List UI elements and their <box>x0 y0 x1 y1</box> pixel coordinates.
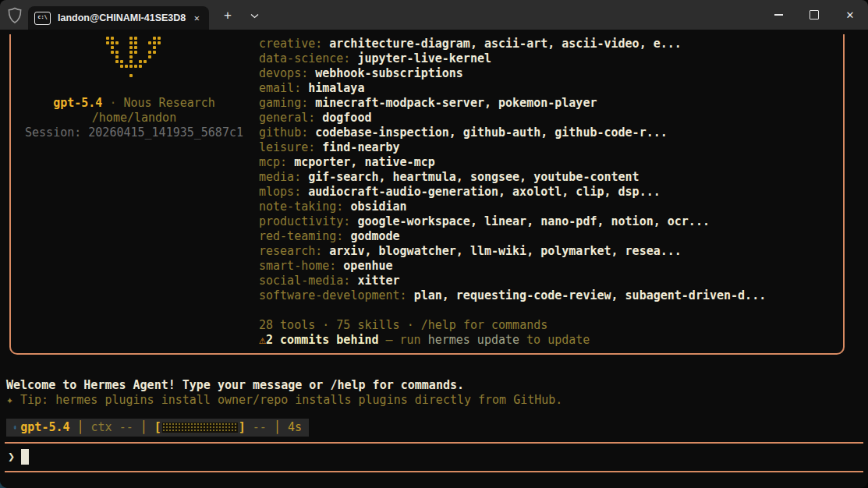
plugin-items: find-nearby <box>322 140 399 154</box>
status-separator: │ <box>140 420 147 435</box>
plugin-items: obsidian <box>350 200 406 214</box>
close-button[interactable]: ✕ <box>832 0 868 30</box>
plugin-items: gif-search, heartmula, songsee, youtube-… <box>308 170 639 184</box>
window-controls: ✕ <box>760 0 868 30</box>
elapsed-time: 4s <box>288 420 302 435</box>
home-path: /home/landon <box>9 111 259 126</box>
tab-dropdown-button[interactable] <box>243 5 265 26</box>
plugin-category: red-teaming: <box>259 229 343 243</box>
plugin-row: gaming:minecraft-modpack-server, pokemon… <box>259 96 766 111</box>
plugin-row: social-media:xitter <box>259 274 766 288</box>
status-bar: gpt-5.4 │ ctx -- │ [ ] -- │ 4s <box>6 419 309 437</box>
minimize-button[interactable] <box>760 0 796 30</box>
logo-dot-matrix <box>101 37 105 40</box>
chevron-down-icon <box>250 13 259 19</box>
plugin-row: github:codebase-inspection, github-auth,… <box>259 126 766 140</box>
plugin-row: devops:webhook-subscriptions <box>259 66 766 81</box>
warning-suffix: to update <box>526 333 590 347</box>
title-bar: c:\ landon@CHINAMI-41SE3D8: ~ ✕ + ✕ <box>0 0 868 30</box>
tip-line: ✦Tip: hermes plugins install owner/repo … <box>6 393 562 408</box>
plugin-items: google-workspace, linear, nano-pdf, noti… <box>357 214 710 228</box>
tip-text: Tip: hermes plugins install owner/repo i… <box>20 393 562 407</box>
plugin-row: note-taking:obsidian <box>259 200 766 214</box>
session-id-line: Session: 20260415_141935_5687c1 <box>9 126 259 140</box>
plugin-row: media:gif-search, heartmula, songsee, yo… <box>259 170 766 185</box>
plugin-row: leisure:find-nearby <box>259 140 766 155</box>
plugin-category: media: <box>259 170 301 184</box>
hermes-caduceus-icon <box>13 421 16 434</box>
plugin-category: note-taking: <box>259 200 343 214</box>
plugin-category: creative: <box>259 37 322 51</box>
plugin-items: xitter <box>357 274 399 288</box>
plugin-row: general:dogfood <box>259 111 766 126</box>
terminal-window: c:\ landon@CHINAMI-41SE3D8: ~ ✕ + ✕ <box>0 0 868 488</box>
plugin-category: github: <box>259 126 308 140</box>
terminal-content: gpt-5.4 · Nous Research /home/landon Ses… <box>0 30 868 488</box>
plugin-row: research:arxiv, blogwatcher, llm-wiki, p… <box>259 244 766 259</box>
sparkle-icon: ✦ <box>6 393 13 407</box>
plugin-category: data-science: <box>259 51 350 65</box>
plugin-items: minecraft-modpack-server, pokemon-player <box>315 96 597 110</box>
commits-behind-text: 2 commits behind <box>266 333 379 347</box>
text-cursor <box>21 449 29 465</box>
status-separator: │ <box>77 420 84 435</box>
progress-bracket-open: [ <box>154 420 161 435</box>
progress-bar <box>162 423 238 433</box>
progress-bar-group: [ ] <box>154 420 246 435</box>
plugin-list: creative:architecture-diagram, ascii-art… <box>259 37 766 348</box>
warning-run-text: run <box>400 333 421 347</box>
plugin-category: research: <box>259 244 322 258</box>
command-prompt-icon: c:\ <box>34 12 51 25</box>
welcome-message: Welcome to Hermes Agent! Type your messa… <box>6 378 464 393</box>
prompt-input-area[interactable]: ❯ <box>5 442 863 472</box>
plugin-category: leisure: <box>259 140 315 154</box>
plugin-category: general: <box>259 111 315 125</box>
plugin-items: audiocraft-audio-generation, axolotl, cl… <box>308 185 661 199</box>
plugin-items: himalaya <box>308 81 364 95</box>
screenshot-root: c:\ landon@CHINAMI-41SE3D8: ~ ✕ + ✕ <box>0 0 868 488</box>
maximize-icon <box>810 10 819 19</box>
session-label: Session: <box>25 126 81 140</box>
new-tab-button[interactable]: + <box>217 5 239 26</box>
prompt-chevron: ❯ <box>8 450 15 465</box>
maximize-button[interactable] <box>796 0 832 30</box>
plugin-category: gaming: <box>259 96 308 110</box>
plugin-items: architecture-diagram, ascii-art, ascii-v… <box>329 37 682 51</box>
plugin-row: email:himalaya <box>259 81 766 96</box>
plugin-category: mlops: <box>259 185 301 199</box>
model-separator: · <box>109 96 116 110</box>
plugin-category: email: <box>259 81 301 95</box>
plugin-row: productivity:google-workspace, linear, n… <box>259 214 766 229</box>
plugin-category: software-development: <box>259 288 407 302</box>
update-command: hermes update <box>428 333 519 347</box>
model-line: gpt-5.4 · Nous Research <box>9 96 259 111</box>
plugin-category: productivity: <box>259 214 350 228</box>
plugin-items: plan, requesting-code-review, subagent-d… <box>414 288 767 302</box>
tab-close-icon[interactable]: ✕ <box>191 11 203 25</box>
plugin-items: jupyter-live-kernel <box>357 51 491 65</box>
spacer-row <box>259 303 766 318</box>
plugin-row: smart-home:openhue <box>259 259 766 274</box>
plugin-category: mcp: <box>259 155 287 169</box>
context-usage: ctx -- <box>91 420 133 435</box>
shield-icon <box>6 6 23 25</box>
warning-icon: ⚠ <box>259 333 266 347</box>
status-separator: │ <box>274 420 281 435</box>
plugin-items: webhook-subscriptions <box>315 66 463 80</box>
update-warning-line: ⚠2 commits behind—runhermes updateto upd… <box>259 333 766 348</box>
tools-skills-summary: 28 tools · 75 skills · /help for command… <box>259 318 766 333</box>
status-model-name: gpt-5.4 <box>20 420 69 435</box>
session-panel: gpt-5.4 · Nous Research /home/landon Ses… <box>9 96 259 140</box>
plugin-row: red-teaming:godmode <box>259 229 766 244</box>
terminal-tab[interactable]: c:\ landon@CHINAMI-41SE3D8: ~ ✕ <box>28 6 209 30</box>
nous-research-logo-art <box>101 37 172 82</box>
plugin-category: devops: <box>259 66 308 80</box>
plugin-items: godmode <box>350 229 399 243</box>
warning-dash: — <box>386 333 393 347</box>
plugin-row: creative:architecture-diagram, ascii-art… <box>259 37 766 51</box>
plugin-row: software-development:plan, requesting-co… <box>259 288 766 303</box>
close-icon: ✕ <box>846 9 855 21</box>
plugin-row: data-science:jupyter-live-kernel <box>259 51 766 66</box>
plugin-row: mlops:audiocraft-audio-generation, axolo… <box>259 185 766 200</box>
org-name: Nous Research <box>123 96 214 110</box>
